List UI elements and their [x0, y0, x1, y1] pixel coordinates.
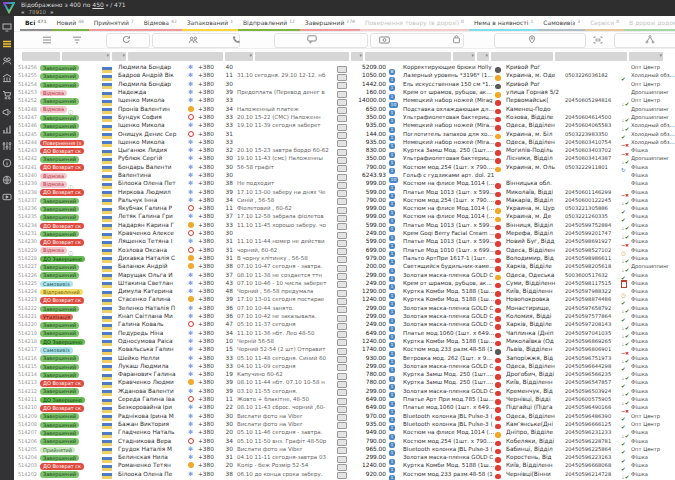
orders-list-icon: [2, 39, 12, 49]
last-page-button[interactable]: »: [50, 9, 54, 15]
source-marketplace-icon: ✻: [188, 446, 198, 452]
client-phone: +380: [198, 106, 220, 112]
delivery-address: Каменец-Подо: [506, 106, 565, 112]
phone-icon[interactable]: [230, 34, 242, 45]
filter-phone[interactable]: [225, 52, 253, 61]
client-name: Кравченко Алексе: [118, 230, 188, 236]
client-name: Валентина: [118, 172, 188, 178]
tab-Новий[interactable]: Новий48: [52, 16, 89, 31]
filter-qty[interactable]: [453, 52, 475, 61]
tab-Всі[interactable]: Всі471: [20, 16, 52, 31]
manager-id: 11: [220, 72, 237, 78]
sidebar-item-cart[interactable]: [2, 90, 13, 100]
filter-ttn[interactable]: [555, 52, 627, 61]
sidebar-item-clients[interactable]: [2, 56, 13, 66]
client-name: Грудок Наталія М: [118, 446, 188, 452]
tab-Повернення товару (в дорозі)[interactable]: Повернення товару (в дорозі)0: [360, 16, 469, 31]
money-icon[interactable]: [378, 34, 390, 45]
pin-icon[interactable]: [526, 34, 538, 45]
client-phone: +380: [198, 131, 220, 137]
tab-В дорозі додому[interactable]: В дорозі додому0: [624, 16, 675, 31]
product-name: Костюм мод.233 разм.48-58 (1: [403, 346, 495, 352]
tracking-number: 20450596223163: [565, 454, 621, 460]
client-name: Іщенко Микола: [118, 139, 188, 145]
first-page-button[interactable]: «: [21, 9, 25, 15]
client-phone: +380: [198, 330, 220, 336]
bag-icon[interactable]: [450, 34, 462, 45]
client-phone: +380: [198, 338, 220, 344]
ttn-received-icon: ↓✔: [621, 474, 629, 480]
tab-Прийнятий[interactable]: Прийнятий7: [89, 16, 139, 31]
page-end-dropdown[interactable]: 450: [92, 1, 103, 8]
page-number[interactable]: 10: [39, 9, 46, 15]
source-marketplace-icon: ✻: [188, 421, 198, 427]
refresh-icon[interactable]: [120, 34, 132, 45]
source-site-icon: [188, 263, 194, 269]
filter-status[interactable]: [62, 52, 110, 61]
courier-cell: [495, 464, 506, 480]
sales-funnel: Фішка: [631, 180, 675, 186]
filter-funnel[interactable]: [629, 52, 663, 61]
tab-Самовивіз[interactable]: Самовивіз3: [538, 16, 585, 31]
product-name: Платье Мод 1013 (1шт. х 599.00: [403, 189, 495, 195]
sidebar-item-dashboard[interactable]: [2, 22, 13, 32]
order-comment: 11.10 11-45 хорошо заберу. чо: [237, 222, 337, 228]
barcode-icon[interactable]: [592, 34, 604, 45]
client-phone: +380: [198, 230, 220, 236]
filter-client[interactable]: [128, 52, 223, 61]
sales-funnel: Опт Центр: [631, 81, 675, 87]
tab-Відмова[interactable]: Відмова42: [139, 16, 182, 31]
sidebar-item-settings[interactable]: [2, 141, 13, 151]
ukraine-flag-icon: [102, 473, 112, 479]
tab-Запакований[interactable]: Запакований1: [182, 16, 238, 31]
tab-Нема в наявності[interactable]: Нема в наявності1: [469, 16, 538, 31]
status-list-icon[interactable]: [41, 34, 53, 45]
route-icon[interactable]: [644, 34, 656, 45]
filter-city[interactable]: [491, 52, 553, 61]
delivery-address: Макарів, Відділ: [506, 197, 565, 203]
order-comment: 06.10 до конца срока заберу.: [237, 471, 337, 477]
payment-icon: [337, 472, 347, 479]
sidebar-item-reports[interactable]: [2, 124, 13, 134]
comment-icon[interactable]: [306, 34, 318, 45]
sidebar-item-orders[interactable]: [2, 39, 13, 49]
source-site-icon: [188, 379, 194, 385]
sidebar-item-finance[interactable]: [2, 73, 13, 83]
tab-Сервіси[interactable]: Сервіси0: [585, 16, 624, 31]
source-marketplace-icon: ✻: [188, 355, 198, 361]
filter-comment[interactable]: [255, 52, 349, 61]
sales-funnel: Фішка: [631, 280, 675, 286]
client-name: Летяк Галина Гри: [118, 213, 188, 219]
filter-id[interactable]: [22, 52, 60, 61]
delivery-address: Миколаївка (Од: [506, 338, 565, 344]
client-name: Середа Галина Іва: [118, 396, 188, 402]
table-row[interactable]: 514202ЗавершенийБілоока Олена Пе✻+380380…: [14, 470, 675, 478]
tracking-number: 20450596668068: [565, 462, 621, 468]
filter-payment[interactable]: [351, 52, 363, 61]
sales-funnel: Дропшиппинг: [631, 89, 675, 95]
order-comment: 05.10 11-48 сегодня. Синий 60: [237, 355, 337, 361]
tab-Відправлений[interactable]: Відправлений12: [238, 16, 300, 31]
filter-icon[interactable]: [71, 34, 83, 45]
sidebar-item-marketing[interactable]: [2, 107, 13, 117]
users-icon[interactable]: [187, 34, 199, 45]
sidebar-item-network[interactable]: [2, 175, 13, 185]
filter-country[interactable]: [112, 52, 126, 61]
delivery-address: Новий Буг, Відд: [506, 238, 565, 244]
order-comment: Фіолетовий , 60-62: [237, 205, 337, 211]
sidebar-item-video[interactable]: [2, 192, 13, 202]
client-phone: +380: [198, 222, 220, 228]
filter-courier[interactable]: [477, 52, 489, 61]
delivery-address: Харків, Відділе: [506, 321, 565, 327]
order-comment: 19.10 11-43 (смс) Наложенны: [237, 155, 337, 161]
source-marketplace-icon: ✻: [188, 155, 198, 161]
client-phone: +380: [198, 355, 220, 361]
manager-id: 39: [220, 296, 237, 302]
sales-funnel: Опт Центр: [631, 421, 675, 427]
sidebar-item-info[interactable]: [2, 158, 13, 168]
filter-product[interactable]: [365, 52, 451, 61]
product-name: Подставка охлаждающая для н: [403, 106, 495, 112]
tab-Завершений[interactable]: Завершений278: [300, 16, 360, 31]
order-total: 780.00: [349, 379, 389, 385]
order-id: 514227: [14, 263, 40, 269]
